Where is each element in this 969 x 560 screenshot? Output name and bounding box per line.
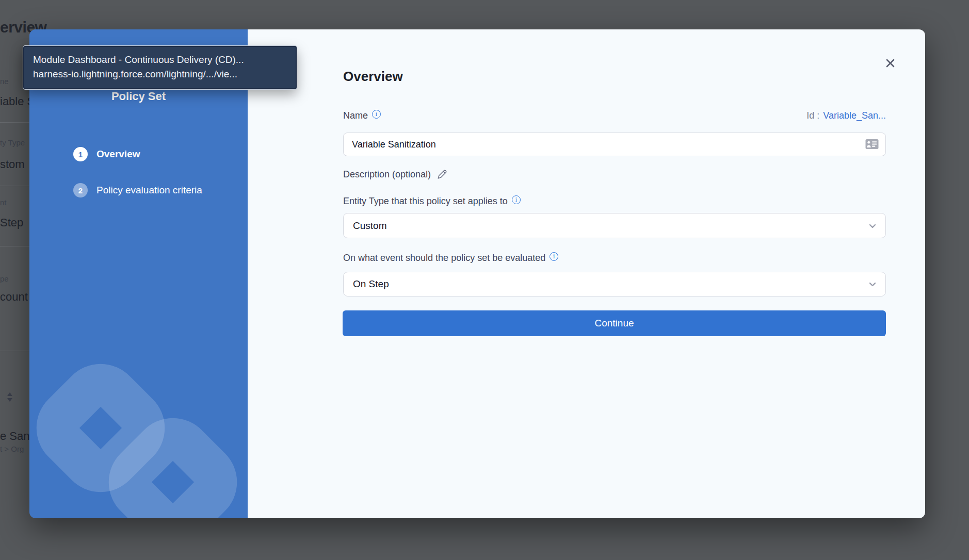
wizard-step-overview[interactable]: 1 Overview [73,147,140,161]
entity-type-select[interactable]: Custom [343,213,886,238]
chevron-down-icon [868,279,877,289]
name-field [343,133,886,156]
bg-row-name-fragment: e Sani [0,430,32,443]
name-field-header: Name i Id : Variable_San... [343,110,886,121]
bg-field-value: Step [0,216,23,229]
overview-form-panel: Overview Name i Id : Variable_San... [248,29,925,518]
sort-arrows-icon [7,392,13,404]
wizard-title: Policy Set [29,90,248,103]
event-select[interactable]: On Step [343,272,886,297]
entity-id-link[interactable]: Variable_San... [823,110,886,121]
entity-id-prefix: Id : [806,110,819,121]
screen: erview ne iable S ty Type stom nt Step p… [0,0,969,560]
wizard-sidebar: Policy Set 1 Overview 2 Policy evaluatio… [29,29,248,518]
event-value: On Step [353,278,389,290]
entity-type-field-header: Entity Type that this policy set applies… [343,196,521,207]
info-icon[interactable]: i [550,252,558,261]
divider [0,122,29,123]
bg-field-label: nt [0,198,7,207]
link-preview-tooltip: Module Dashboard - Continuous Delivery (… [23,46,297,89]
entity-type-value: Custom [353,220,386,232]
close-icon [885,58,896,69]
bg-row-scope-fragment: t > Org [0,444,24,453]
edit-description-button[interactable] [437,169,447,180]
step-label: Policy evaluation criteria [96,185,202,196]
bg-field-label: pe [0,274,9,283]
info-icon[interactable]: i [512,195,521,204]
step-label: Overview [96,149,140,160]
info-icon[interactable]: i [372,110,381,119]
divider [0,186,29,186]
policy-set-modal: Policy Set 1 Overview 2 Policy evaluatio… [29,29,925,518]
divider [0,351,29,351]
tooltip-title: Module Dashboard - Continuous Delivery (… [33,53,287,67]
continue-button[interactable]: Continue [343,310,886,336]
entity-id: Id : Variable_San... [806,110,886,121]
event-field-header: On what event should the policy set be e… [343,253,558,263]
wizard-step-policy-evaluation-criteria[interactable]: 2 Policy evaluation criteria [73,183,202,197]
tooltip-url: harness-io.lightning.force.com/lightning… [33,67,287,81]
id-card-icon[interactable] [865,139,879,152]
harness-logo-watermark [29,302,248,518]
bg-field-label: ne [0,77,9,86]
bg-field-label: ty Type [0,138,25,147]
description-label: Description (optional) [343,169,431,180]
form-heading: Overview [343,69,403,85]
name-input[interactable] [343,133,886,156]
description-field-header: Description (optional) [343,169,447,180]
divider [0,246,29,246]
name-label: Name [343,110,368,121]
step-number-badge: 1 [73,147,88,161]
pencil-icon [437,169,447,180]
close-button[interactable] [881,54,899,72]
step-number-badge: 2 [73,183,88,197]
event-label: On what event should the policy set be e… [343,253,545,263]
bg-field-value: stom [0,158,25,171]
chevron-down-icon [868,221,877,230]
entity-type-label: Entity Type that this policy set applies… [343,196,508,207]
